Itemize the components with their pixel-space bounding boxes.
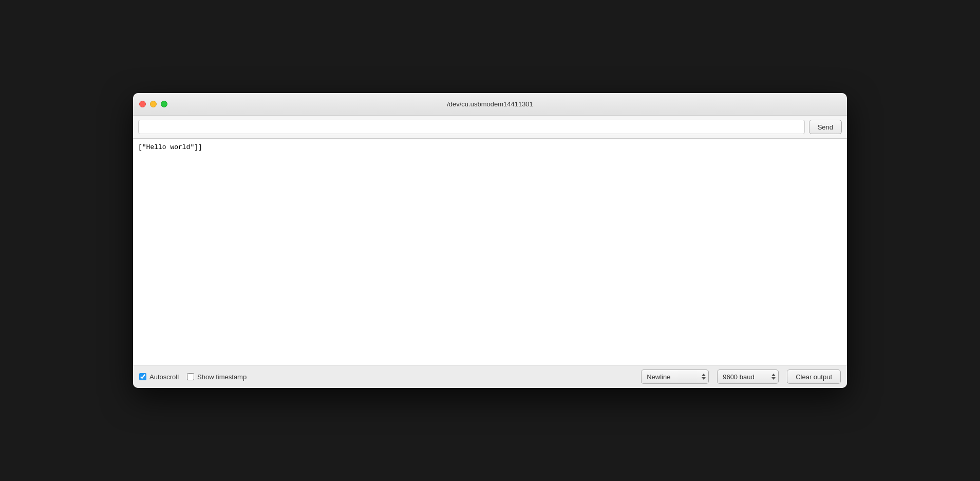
autoscroll-group: Autoscroll (139, 373, 179, 381)
message-input[interactable] (138, 120, 805, 134)
newline-select[interactable]: Newline No line ending Carriage return B… (641, 369, 709, 384)
clear-output-button[interactable]: Clear output (787, 369, 841, 384)
autoscroll-checkbox[interactable] (139, 373, 146, 380)
output-area[interactable]: ["Hello world"]] (133, 139, 847, 365)
show-timestamp-label[interactable]: Show timestamp (187, 373, 247, 381)
autoscroll-text: Autoscroll (149, 373, 179, 381)
send-button[interactable]: Send (809, 120, 842, 134)
autoscroll-label[interactable]: Autoscroll (139, 373, 179, 381)
maximize-button[interactable] (161, 101, 167, 107)
minimize-button[interactable] (150, 101, 157, 107)
newline-select-wrapper: Newline No line ending Carriage return B… (641, 369, 709, 384)
close-button[interactable] (139, 101, 146, 107)
statusbar: Autoscroll Show timestamp Newline No lin… (133, 365, 847, 388)
serial-monitor-window: /dev/cu.usbmodem14411301 Send ["Hello wo… (133, 93, 847, 388)
show-timestamp-group: Show timestamp (187, 373, 247, 381)
show-timestamp-checkbox[interactable] (187, 373, 194, 380)
show-timestamp-text: Show timestamp (197, 373, 247, 381)
toolbar: Send (133, 116, 847, 139)
output-content: ["Hello world"]] (138, 143, 202, 151)
traffic-lights (139, 101, 167, 107)
titlebar: /dev/cu.usbmodem14411301 (133, 93, 847, 116)
baud-select[interactable]: 300 baud 1200 baud 2400 baud 4800 baud 9… (717, 369, 779, 384)
window-title: /dev/cu.usbmodem14411301 (447, 100, 533, 108)
baud-select-wrapper: 300 baud 1200 baud 2400 baud 4800 baud 9… (717, 369, 779, 384)
